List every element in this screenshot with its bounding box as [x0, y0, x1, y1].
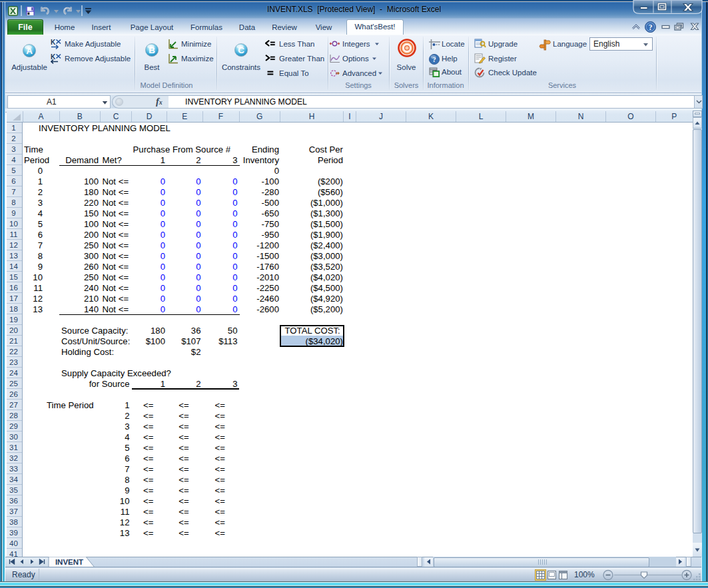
svg-text:K: K [51, 53, 56, 61]
svg-text:?: ? [432, 55, 436, 63]
svg-text:A: A [26, 46, 33, 56]
svg-text:K: K [51, 39, 56, 46]
svg-text:?: ? [649, 23, 653, 31]
